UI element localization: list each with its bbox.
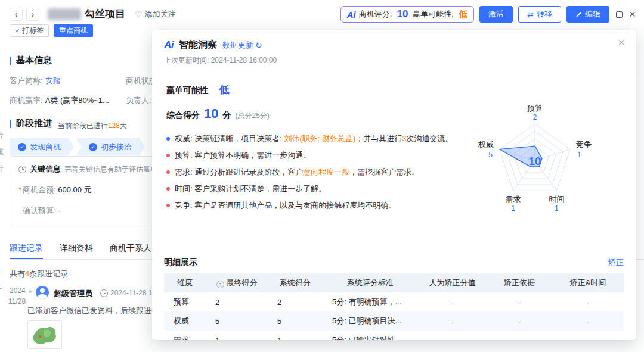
tab[interactable]: 详细资料 — [60, 243, 93, 259]
edit-button[interactable]: 编辑 — [566, 6, 609, 23]
refresh-data-button[interactable]: 数据更新 ↻ — [222, 40, 262, 51]
plain-text: ；并与其进行 — [355, 134, 402, 143]
field-label: 负责人: — [126, 96, 151, 105]
transfer-icon: ⇄ — [527, 10, 534, 19]
column-header: 矫正&时间 — [552, 273, 624, 292]
key-info-hint: 完善关键信息有助于评估赢单可 — [64, 164, 165, 175]
table-row: 权威555分: 已明确项目决...--- — [164, 311, 624, 331]
svg-text:5: 5 — [488, 151, 493, 159]
required-star: * — [18, 185, 21, 194]
forward-button[interactable]: › — [26, 8, 39, 21]
refresh-icon: ↻ — [255, 41, 262, 50]
field-value[interactable]: 安踏 — [45, 76, 61, 85]
total-score-value: 10 — [204, 106, 218, 122]
table-cell: - — [552, 292, 624, 311]
svg-text:1: 1 — [577, 151, 581, 159]
ai-insight-modal: Ai 智能洞察 数据更新 ↻ × 上次更新时间: 2024-11-28 16:0… — [152, 30, 636, 340]
last-updated: 上次更新时间: 2024-11-28 16:00:00 — [152, 51, 636, 73]
fullscreen-button[interactable] — [616, 11, 623, 18]
close-modal-button[interactable]: × — [618, 36, 625, 48]
correct-link[interactable]: 矫正 — [608, 257, 624, 268]
plain-text: 预算: 客户预算不明确，需进一步沟通。 — [175, 151, 311, 160]
svg-text:时间: 时间 — [549, 195, 564, 204]
follow-button[interactable]: ♡ 添加关注 — [135, 9, 176, 20]
insight-bullet: 权威: 决策链清晰，项目决策者: 刘伟(职务: 财务总监)；并与其进行3次沟通交… — [166, 133, 476, 144]
svg-text:权威: 权威 — [478, 140, 494, 149]
key-opportunity-tag: 重点商机 — [54, 24, 93, 37]
score-label: 商机评分: — [359, 9, 392, 20]
left-edge-text-fragment: 重 — [0, 147, 4, 157]
detail-table: 维度?最终得分系统得分系统评分标准人为矫正分值矫正依据矫正&时间 预算225分:… — [164, 273, 624, 340]
record-user: 超级管理员 — [54, 288, 92, 299]
record-image[interactable] — [27, 320, 62, 349]
plain-text: 时间: 客户采购计划不清楚，需进一步了解。 — [175, 184, 326, 193]
tags-row: ✓ 打标签 重点商机 — [10, 24, 93, 37]
table-cell: - — [552, 311, 624, 331]
bullet-text: 时间: 客户采购计划不清楚，需进一步了解。 — [175, 183, 326, 194]
record-year: 2024 — [10, 286, 26, 295]
bullet-dot-icon — [166, 187, 170, 191]
highlighted-text: 意向程度一般 — [303, 167, 349, 176]
screen: 部合重计 ‹ › 勾丝项目 ♡ 添加关注 ✓ 打标签 重点商机 Ai 商机评分:… — [0, 0, 644, 352]
refresh-label: 数据更新 — [222, 40, 253, 51]
bullet-dot-icon — [166, 204, 170, 207]
tag-button-label: 打标签 — [22, 26, 44, 36]
title-area: ‹ › 勾丝项目 ♡ 添加关注 — [10, 7, 176, 21]
table-row: 预算225分: 有明确预算，...--- — [164, 292, 624, 311]
table-cell: 1 — [206, 331, 268, 340]
column-header: ?最终得分 — [206, 273, 268, 292]
fullscreen-icon — [616, 11, 623, 18]
table-cell: 权威 — [164, 311, 206, 331]
insight-bullet: 时间: 客户采购计划不清楚，需进一步了解。 — [166, 183, 476, 194]
bullet-dot-icon — [166, 154, 170, 157]
bullet-dot-icon — [166, 137, 170, 141]
record-date: 11/28 — [8, 297, 26, 306]
user-avatar — [36, 286, 49, 299]
tab[interactable]: 商机干系人 1 — [110, 243, 159, 259]
stage-step: ✓初步接洽 — [76, 138, 145, 156]
table-cell: - — [487, 311, 552, 331]
table-cell: 预算 — [164, 292, 206, 311]
step-label: 初步接洽 — [101, 142, 132, 152]
back-button[interactable]: ‹ — [10, 8, 23, 21]
ai-logo-icon: Ai — [164, 39, 174, 51]
insight-bullet: 预算: 客户预算不明确，需进一步沟通。 — [166, 150, 476, 161]
tab[interactable]: 跟进记录 — [10, 243, 43, 259]
check-icon: ✓ — [89, 143, 97, 151]
left-edge-box-fragment — [0, 284, 2, 289]
svg-text:10: 10 — [528, 155, 541, 167]
detail-section: 明细展示 矫正 维度?最终得分系统得分系统评分标准人为矫正分值矫正依据矫正&时间… — [152, 257, 636, 340]
question-icon: ? — [216, 281, 224, 288]
svg-text:1: 1 — [555, 204, 559, 213]
ai-score-badge[interactable]: Ai 商机评分: 10 赢单可能性: 低 — [340, 6, 474, 23]
plain-text: 需求: 通过分析跟进记录及阶段，客户 — [175, 167, 303, 176]
activate-button[interactable]: 激活 — [479, 6, 513, 23]
edit-label: 编辑 — [585, 9, 600, 20]
table-cell: 5 — [268, 311, 323, 331]
column-header: 人为矫正分值 — [418, 273, 487, 292]
table-row: 需求115分: 已输出针对性...--- — [164, 331, 624, 340]
plain-text: ，需挖掘客户需求。 — [349, 167, 419, 176]
heart-icon: ♡ — [135, 10, 143, 19]
follow-label: 添加关注 — [145, 9, 176, 20]
highlighted-text: 刘伟(职务: 财务总监) — [284, 134, 355, 143]
insight-bullet: 需求: 通过分析跟进记录及阶段，客户意向程度一般，需挖掘客户需求。 — [166, 167, 476, 177]
table-cell: 1 — [268, 331, 323, 340]
transfer-label: 转移 — [537, 9, 552, 20]
svg-text:竞争: 竞争 — [576, 140, 592, 149]
win-value: 低 — [459, 9, 467, 20]
table-cell: - — [487, 331, 552, 340]
radar-chart: 10预算2竞争1时间1需求1权威5 — [442, 89, 627, 232]
close-page-button[interactable]: × — [629, 8, 636, 21]
transfer-button[interactable]: ⇄ 转移 — [518, 6, 561, 23]
add-tag-button[interactable]: ✓ 打标签 — [10, 24, 49, 37]
page-title: 勾丝项目 — [85, 7, 125, 21]
win-probability-value: 低 — [219, 84, 229, 95]
left-edge-text-fragment: 计 — [0, 163, 4, 174]
step-label: 发现商机 — [30, 142, 61, 152]
key-info-title: 关键信息 — [30, 164, 61, 175]
record-message: 已添加客户微信已发资料，后续跟进中... — [27, 306, 166, 316]
bullet-dot-icon — [166, 170, 170, 174]
field-label: 商机赢率: — [10, 96, 43, 105]
clock-icon — [18, 166, 26, 173]
